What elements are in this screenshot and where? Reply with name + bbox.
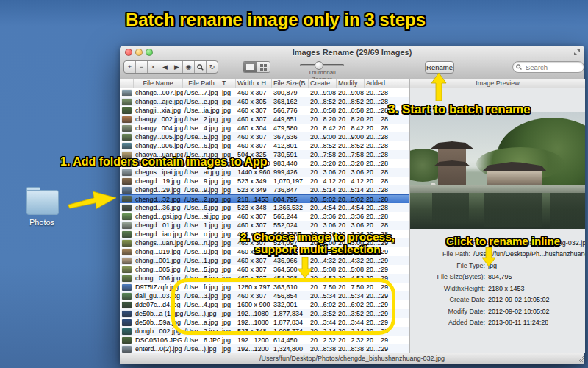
add-icon[interactable]: + [124, 61, 136, 73]
table-row[interactable]: dde07c...d4.jpg/Use...4.jpgjpg1600 x 900… [120, 300, 409, 309]
table-row[interactable]: chengd...32.jpg/Use...2.jpgjpg218...1453… [120, 194, 409, 203]
remove-icon[interactable]: − [136, 61, 148, 73]
cell-name: chengd...19.jpg [134, 177, 183, 185]
table-row[interactable]: dali_gu...03.jpg/Use...3.jpgjpg460 x 307… [120, 291, 409, 300]
desktop: Batch rename image only in 3 steps Photo… [0, 0, 588, 368]
rename-button[interactable]: Rename [425, 61, 454, 74]
cell-dims: 460 x 307 [236, 265, 272, 274]
photo-embankment [410, 185, 585, 193]
column-header[interactable]: Modify... [337, 79, 365, 88]
cell-path: /Use...ai.jpg [183, 168, 220, 177]
table-row[interactable]: dongb...002.jpg/Use...2.jpgjpg523 x 3481… [120, 327, 409, 336]
cell-modified: 20...4:12 [337, 177, 365, 185]
forward-icon[interactable]: ▶ [171, 61, 183, 73]
cell-created: 20...4:54 [309, 203, 337, 212]
table-row[interactable]: chong...001.jpg/Use...1.jpgjpg460 x 3074… [120, 256, 409, 265]
table-row[interactable]: changc...ajie.jpg/Use...e.jpgjpg460 x 30… [120, 97, 409, 106]
cell-dims: 523 x 348 [236, 327, 272, 336]
table-row[interactable]: chegns...ipai.jpg/Use...ai.jpgjpg1440 x … [120, 168, 409, 177]
table-row[interactable]: chong...005.jpg/Use...5.jpgjpg460 x 3073… [120, 265, 409, 274]
cell-dims: 523 x 349 [236, 177, 272, 185]
cell-modified: 20...5:02 [337, 195, 365, 204]
cell-modified: 20...5:08 [337, 265, 365, 274]
field-value[interactable]: 2012-09-02 10:05:02 [488, 296, 550, 303]
zoomer-knob[interactable] [315, 61, 323, 70]
image-thumbnail [122, 240, 132, 247]
cell-path: /Use...4.jpg [183, 300, 220, 309]
table-row[interactable]: changc...007.jpg/Use...7.jpgjpg460 x 307… [120, 88, 409, 97]
preview-field[interactable]: WidthxHeight:2180 x 1453 [410, 283, 585, 294]
table-row[interactable]: changy...005.jpg/Use...5.jpgjpg460 x 307… [120, 132, 409, 141]
cell-created: 20...3:06 [309, 221, 337, 230]
image-thumbnail [122, 328, 132, 335]
table-row[interactable]: changy...004.jpg/Use...4.jpgjpg460 x 304… [120, 124, 409, 132]
table-row[interactable]: chong...006.jpg/Use...6.jpgjpg460 x 3074… [120, 274, 409, 283]
preview-field[interactable]: File Path:/Users/fun/Desktop/Ph...hushan… [410, 249, 585, 261]
column-header[interactable]: Added... [365, 79, 409, 88]
table-row[interactable]: chengd...01.jpg/Use...1.jpgjpg460 x 3075… [120, 221, 409, 230]
column-header[interactable]: File Name [134, 79, 183, 88]
table-row[interactable]: changy...006.jpg/Use...6.jpgjpg460 x 307… [120, 141, 409, 150]
grid-view-button[interactable] [257, 62, 270, 72]
photos-folder-icon[interactable] [26, 190, 57, 215]
cell-path: /Use...6.jpg [183, 203, 220, 212]
photo-pavilion [487, 171, 542, 187]
column-header[interactable]: File Path [183, 79, 220, 88]
cell-size: 999,426 [272, 168, 309, 177]
photo-pagoda-roof [431, 141, 473, 149]
table-row[interactable]: de50b...a (1).jpg/Use...).jpgjpg192...10… [120, 309, 409, 318]
zoomer-track[interactable] [300, 64, 344, 66]
column-header[interactable]: File Size(B... [272, 79, 309, 88]
column-header[interactable]: Width x H... [236, 79, 272, 88]
fullscreen-icon[interactable] [573, 49, 581, 56]
cell-type: jpg [220, 247, 236, 256]
image-thumbnail [122, 311, 132, 317]
cell-dims: 460 x 307 [236, 106, 272, 115]
preview-eye-icon[interactable]: ◉ [183, 61, 195, 73]
search-field[interactable] [512, 61, 584, 73]
field-value[interactable]: 2180 x 1453 [488, 285, 525, 292]
table-row[interactable]: DSC05106.JPG/Use...6.JPGjpg192...1200614… [120, 336, 409, 344]
table-row[interactable]: chengd...29.jpg/Use...9.jpgjpg523 x 3497… [120, 185, 409, 194]
field-label: Create Date [410, 296, 485, 303]
cell-name: chong...006.jpg [134, 274, 183, 283]
list-view-button[interactable] [243, 62, 257, 72]
preview-field[interactable]: Added Date:2013-08-11 11:24:28 [410, 317, 585, 329]
table-row[interactable]: changji...xia.jpg/Use...ia.jpgjpg460 x 3… [120, 106, 409, 115]
image-thumbnail [122, 205, 132, 211]
table-row[interactable]: chengd...gsi.jpg/Use...si.jpgjpg460 x 30… [120, 212, 409, 221]
preview-field[interactable]: File Size(Bytes):804,795 [410, 272, 585, 283]
table-row[interactable]: de50b...59a.jpg/Use...a.jpgjpg192...1080… [120, 318, 409, 327]
cell-path: /Use...fr.jpg [183, 283, 220, 291]
field-value[interactable]: 2013-08-11 11:24:28 [488, 319, 548, 326]
table-row[interactable]: D9T5tZzqfr.jpg/Use...fr.jpgjpg1280 x 797… [120, 283, 409, 291]
cell-modified: 20...7:50 [337, 283, 365, 291]
table-row[interactable]: chengd...36.jpg/Use...6.jpgjpg523 x 3481… [120, 203, 409, 212]
cell-path: /Use...6.jpg [183, 141, 220, 150]
cell-type: jpg [220, 336, 236, 344]
refresh-icon[interactable]: ↻ [207, 61, 218, 73]
preview-field[interactable]: Create Date2012-09-02 10:05:02 [410, 294, 585, 306]
table-row[interactable]: changy...002.jpg/Use...2.jpgjpg460 x 307… [120, 115, 409, 124]
cell-dims: 460 x 307 [236, 88, 272, 97]
cell-dims: 460 x 304 [236, 124, 272, 132]
cell-dims: 460 x 307 [236, 212, 272, 221]
search-input[interactable] [524, 63, 574, 72]
resize-grip[interactable] [576, 355, 584, 362]
cell-size: 565,244 [272, 212, 309, 221]
cell-modified: 20...4:52 [337, 274, 365, 283]
preview-field[interactable]: File Type:jpg [410, 260, 585, 272]
preview-field[interactable]: Modify Date:2012-09-02 10:05:02 [410, 305, 585, 317]
cell-name: dde07c...d4.jpg [134, 300, 183, 309]
column-header[interactable]: T... [220, 79, 236, 88]
magnifier-icon[interactable] [195, 61, 207, 73]
field-value[interactable]: 804,795 [488, 273, 512, 280]
window-chrome: Images Rename (29/69 Images) +−×◀▶◉↻ Thu… [120, 46, 584, 79]
field-value[interactable]: 2012-09-02 10:05:02 [488, 308, 550, 315]
delete-icon[interactable]: × [148, 61, 159, 73]
table-row[interactable]: chengd...19.jpg/Use...9.jpgjpg523 x 3491… [120, 177, 409, 185]
back-icon[interactable]: ◀ [159, 61, 171, 73]
column-header[interactable]: Create... [309, 79, 337, 88]
list-view-icon [246, 64, 254, 70]
image-thumbnail [122, 178, 132, 185]
